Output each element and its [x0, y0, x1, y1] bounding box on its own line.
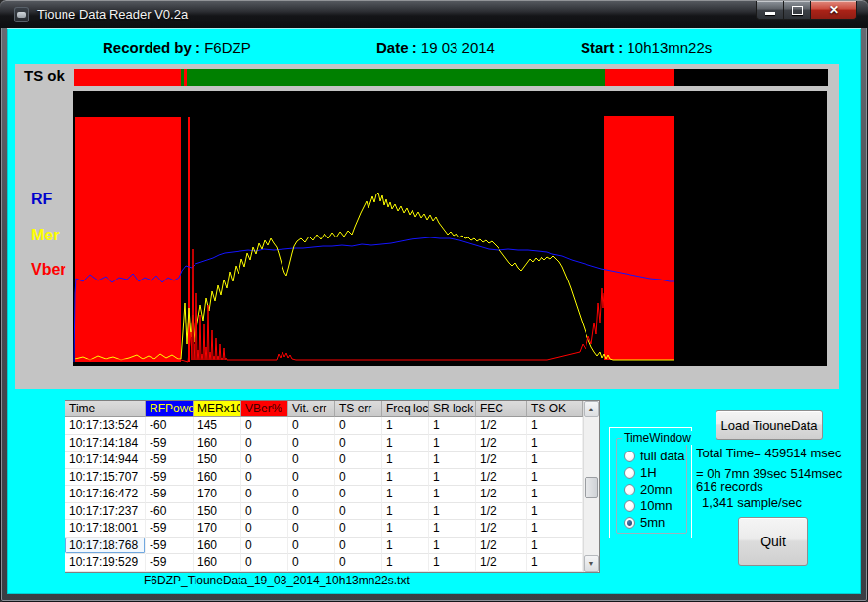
radio-icon[interactable] [624, 467, 635, 479]
table-cell: 0 [241, 417, 288, 435]
mer-series-label: Mer [31, 227, 59, 244]
app-icon [14, 7, 29, 22]
table-scrollbar[interactable]: ▲ ▼ [583, 401, 599, 572]
table-body: TimeRFPowerMERx10VBer%Vit. errTS errFreq… [65, 401, 583, 572]
table-cell: 1 [382, 452, 429, 469]
table-cell: 1 [429, 554, 476, 572]
radio-icon[interactable] [624, 451, 635, 462]
column-header[interactable]: TS OK [527, 401, 583, 417]
table-cell: 1 [382, 503, 429, 521]
sample-rate: 1,341 sample/sec [702, 495, 802, 510]
column-header[interactable]: SR lock [429, 401, 476, 417]
quit-button[interactable]: Quit [738, 517, 808, 566]
table-cell: 1/2 [476, 435, 527, 452]
scroll-down-icon[interactable]: ▼ [584, 555, 599, 572]
table-cell: 1 [527, 554, 583, 572]
table-cell: 150 [194, 503, 241, 521]
scrollbar-thumb[interactable] [585, 477, 598, 498]
table-cell: 1/2 [476, 486, 527, 503]
table-cell: 1 [527, 503, 583, 521]
close-button[interactable]: ✕ [810, 1, 857, 20]
maximize-icon [792, 6, 803, 15]
column-header[interactable]: RFPower [146, 401, 194, 417]
app-window: Tioune Data Reader V0.2a ✕ Recorded by :… [0, 0, 868, 602]
maximize-button[interactable] [784, 1, 810, 20]
recorded-by-label: Recorded by : [103, 39, 200, 56]
table-row[interactable]: 10:17:13:524-60145000111/21 [65, 417, 583, 435]
time-window-option-5mn[interactable]: 5mn [624, 514, 688, 531]
table-cell: 0 [335, 554, 382, 572]
date-label: Date : [376, 39, 417, 56]
table-cell: 0 [288, 452, 335, 469]
minimize-button[interactable] [756, 1, 784, 20]
table-cell: 150 [194, 452, 241, 469]
time-window-option-20mn[interactable]: 20mn [624, 481, 688, 497]
table-cell: -60 [146, 503, 194, 521]
table-row[interactable]: 10:17:15:707-59160000111/21 [65, 469, 583, 487]
table-cell: 10:17:14:184 [65, 435, 146, 452]
table-cell: 0 [288, 417, 335, 435]
table-cell: 1/2 [476, 503, 527, 521]
table-cell: 1/2 [476, 538, 527, 555]
table-cell: 10:17:14:944 [65, 452, 146, 469]
table-cell: 0 [335, 452, 382, 469]
ts-ok-segment [181, 69, 184, 86]
table-cell: 160 [194, 554, 241, 572]
table-cell: 0 [241, 554, 288, 572]
table-cell: 1 [382, 417, 429, 435]
table-cell: 1 [429, 417, 476, 435]
signal-loss-block [604, 116, 674, 360]
table-cell: 0 [241, 469, 288, 487]
column-header[interactable]: Vit. err [288, 401, 335, 417]
radio-icon[interactable] [624, 484, 635, 495]
table-header-row: TimeRFPowerMERx10VBer%Vit. errTS errFreq… [65, 401, 583, 417]
column-header[interactable]: Freq lock [382, 401, 429, 417]
table-cell: 1/2 [476, 452, 527, 469]
column-header[interactable]: VBer% [241, 401, 288, 417]
table-row[interactable]: 10:17:17:237-60150000111/21 [65, 503, 583, 521]
time-window-option-full-data[interactable]: full data [624, 448, 688, 464]
table-cell: -59 [146, 435, 194, 452]
column-header[interactable]: FEC [476, 401, 527, 417]
table-cell: 1 [527, 538, 583, 555]
table-cell: 1/2 [476, 469, 527, 487]
table-row[interactable]: 10:17:18:768-59160000111/21 [65, 538, 583, 555]
data-table[interactable]: TimeRFPowerMERx10VBer%Vit. errTS errFreq… [65, 400, 600, 573]
scroll-up-icon[interactable]: ▲ [584, 401, 599, 417]
radio-label: 5mn [640, 515, 665, 530]
minimize-icon [765, 12, 775, 15]
table-cell: 1/2 [476, 520, 527, 538]
table-row[interactable]: 10:17:16:472-59170000111/21 [65, 486, 583, 503]
table-cell: 10:17:16:472 [65, 486, 146, 503]
radio-icon[interactable] [624, 500, 635, 512]
table-cell: 1 [429, 503, 476, 521]
table-cell: 0 [335, 520, 382, 538]
radio-icon[interactable] [624, 517, 635, 529]
table-row[interactable]: 10:17:14:944-59150000111/21 [65, 452, 583, 469]
table-row[interactable]: 10:17:18:001-59170000111/21 [65, 520, 583, 538]
table-cell: 10:17:17:237 [65, 503, 146, 521]
time-window-option-1H[interactable]: 1H [624, 464, 688, 481]
ts-ok-segment [605, 69, 674, 86]
load-tiounedata-button[interactable]: Load TiouneData [716, 410, 823, 440]
table-cell: 1 [429, 435, 476, 452]
start-time: Start : 10h13mn22s [581, 39, 712, 59]
table-cell: -59 [146, 554, 194, 572]
chart-panel: TS ok RF Mer Vber [15, 64, 839, 389]
table-cell: 170 [194, 520, 241, 538]
table-cell: 0 [241, 520, 288, 538]
table-row[interactable]: 10:17:14:184-59160000111/21 [65, 435, 583, 452]
table-cell: 0 [241, 538, 288, 555]
time-window-option-10mn[interactable]: 10mn [624, 497, 688, 514]
table-cell: 160 [194, 469, 241, 487]
table-cell: 1 [527, 435, 583, 452]
table-cell: 1 [382, 554, 429, 572]
table-cell: 0 [288, 435, 335, 452]
column-header[interactable]: Time [65, 401, 146, 417]
table-row[interactable]: 10:17:19:529-59160000111/21 [65, 554, 583, 572]
column-header[interactable]: MERx10 [194, 401, 241, 417]
table-cell: 0 [241, 486, 288, 503]
window-title: Tioune Data Reader V0.2a [37, 7, 188, 22]
ts-ok-segment [184, 69, 187, 86]
column-header[interactable]: TS err [335, 401, 382, 417]
